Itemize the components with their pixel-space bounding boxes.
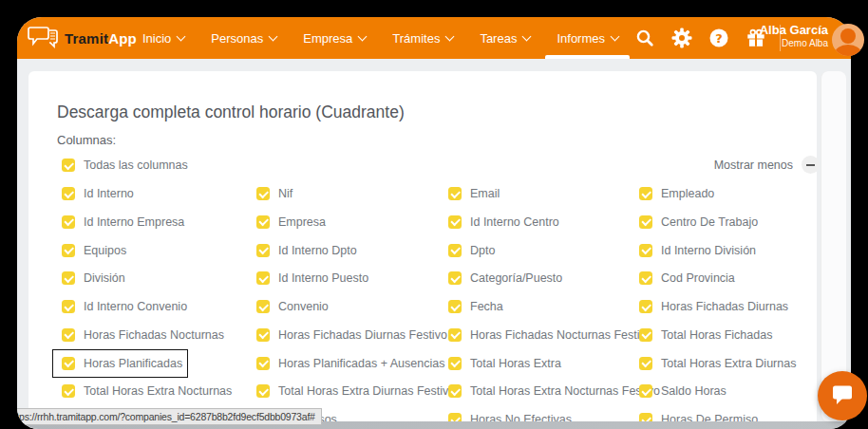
checkbox-checked-icon[interactable] xyxy=(256,244,270,257)
avatar-head-shape xyxy=(840,28,856,44)
nav-item-personas[interactable]: Personas xyxy=(198,17,290,59)
column-checkbox-item[interactable]: Horas Planificadas xyxy=(62,355,182,372)
column-label: Empresa xyxy=(278,215,326,229)
nav-item-informes[interactable]: Informes xyxy=(543,17,632,59)
checkbox-checked-icon[interactable] xyxy=(639,271,652,285)
column-checkbox-item[interactable]: División xyxy=(62,270,125,287)
column-label: Fecha xyxy=(470,300,503,313)
column-checkbox-item[interactable]: Categoría/Puesto xyxy=(448,270,562,287)
column-checkbox-item[interactable]: Id Interno Centro xyxy=(448,214,559,231)
column-label: Id Interno Convenio xyxy=(84,300,187,313)
column-checkbox-item[interactable]: Horas Fichadas Diurnas xyxy=(639,298,788,315)
checkbox-checked-icon[interactable] xyxy=(62,159,75,172)
checkbox-checked-icon[interactable] xyxy=(639,300,652,313)
column-checkbox-item[interactable]: Empresa xyxy=(256,214,326,231)
column-checkbox-item[interactable]: Id Interno División xyxy=(639,242,756,259)
column-checkbox-item[interactable]: Saldo Horas xyxy=(639,382,726,400)
checkbox-checked-icon[interactable] xyxy=(256,271,270,285)
chevron-down-icon xyxy=(358,32,368,42)
checkbox-checked-icon[interactable] xyxy=(256,300,270,313)
column-label: Horas Fichadas Nocturnas xyxy=(84,328,224,342)
user-menu[interactable]: Alba García Demo Alba xyxy=(714,22,828,49)
column-checkbox-item[interactable]: Dpto xyxy=(448,242,495,259)
column-checkbox-item[interactable]: Total Horas Extra Diurnas xyxy=(639,355,796,372)
column-checkbox-item[interactable]: Horas Planificadas + Ausencias xyxy=(256,355,444,372)
avatar[interactable] xyxy=(832,24,864,56)
column-checkbox-item[interactable]: Horas Fichadas Diurnas Festivo xyxy=(256,326,447,344)
column-checkbox-item[interactable]: Centro De Trabajo xyxy=(639,214,758,231)
column-checkbox-item[interactable]: Total Horas Extra Nocturnas xyxy=(62,382,232,400)
checkbox-checked-icon[interactable] xyxy=(448,328,462,342)
nav-item-label: Tareas xyxy=(480,31,517,46)
checkbox-checked-icon[interactable] xyxy=(62,215,75,229)
column-checkbox-item[interactable]: Nif xyxy=(256,185,292,202)
checkbox-checked-icon[interactable] xyxy=(639,244,652,257)
column-label: Id Interno Puesto xyxy=(278,271,368,285)
column-label: Equipos xyxy=(84,244,126,257)
checkbox-checked-icon[interactable] xyxy=(448,300,462,313)
column-label: Saldo Horas xyxy=(661,384,726,398)
checkbox-checked-icon[interactable] xyxy=(256,328,270,342)
column-checkbox-item[interactable]: Id Interno Puesto xyxy=(256,270,368,287)
column-checkbox-item[interactable]: Equipos xyxy=(62,242,126,259)
checkbox-checked-icon[interactable] xyxy=(639,384,652,398)
checkbox-checked-icon[interactable] xyxy=(639,187,652,200)
nav-item-label: Trámites xyxy=(392,31,440,46)
column-checkbox-item[interactable]: Total Horas Extra Nocturnas Festivo xyxy=(448,382,660,400)
app-window: TramitApp InicioPersonasEmpresaTrámitesT… xyxy=(17,17,851,429)
nav-item-empresa[interactable]: Empresa xyxy=(290,17,379,59)
chat-bubble-button[interactable] xyxy=(818,371,867,420)
column-checkbox-item[interactable]: Id Interno Dpto xyxy=(256,242,357,259)
checkbox-checked-icon[interactable] xyxy=(62,244,75,257)
column-checkbox-item[interactable]: Total Horas Fichadas xyxy=(639,326,772,344)
checkbox-checked-icon[interactable] xyxy=(62,271,75,285)
column-label: Horas Fichadas Nocturnas Festivo xyxy=(470,328,652,342)
checkbox-checked-icon[interactable] xyxy=(62,384,75,398)
column-checkbox-item[interactable]: Fecha xyxy=(448,298,503,315)
columns-checkbox-grid: Todas las columnasId InternoNifEmailEmpl… xyxy=(62,157,831,429)
main-nav: InicioPersonasEmpresaTrámitesTareasInfor… xyxy=(129,17,632,59)
checkbox-checked-icon[interactable] xyxy=(256,357,270,370)
checkbox-checked-icon[interactable] xyxy=(256,187,270,200)
status-url-tooltip: https://rrhh.tramitapp.com/?companies_id… xyxy=(17,408,322,425)
column-label: División xyxy=(84,271,125,285)
checkbox-checked-icon[interactable] xyxy=(639,215,652,229)
column-checkbox-item[interactable]: Convenio xyxy=(256,298,329,315)
checkbox-checked-icon[interactable] xyxy=(448,357,462,370)
nav-item-inicio[interactable]: Inicio xyxy=(129,17,198,59)
column-checkbox-item[interactable]: Total Horas Extra Diurnas Festivo xyxy=(256,382,455,400)
checkbox-checked-icon[interactable] xyxy=(62,357,75,370)
column-checkbox-item[interactable]: Id Interno xyxy=(62,185,134,202)
column-checkbox-item[interactable]: Horas Fichadas Nocturnas xyxy=(62,326,224,344)
column-label: Empleado xyxy=(661,187,714,200)
column-checkbox-item[interactable]: Id Interno Convenio xyxy=(62,298,187,315)
column-checkbox-item[interactable]: Email xyxy=(448,185,500,202)
checkbox-checked-icon[interactable] xyxy=(62,328,75,342)
column-label: Id Interno División xyxy=(661,244,756,257)
tramitapp-logo[interactable]: TramitApp xyxy=(27,20,137,56)
checkbox-checked-icon[interactable] xyxy=(62,300,75,313)
checkbox-checked-icon[interactable] xyxy=(639,357,652,370)
column-checkbox-item[interactable]: Cod Provincia xyxy=(639,270,735,287)
checkbox-checked-icon[interactable] xyxy=(448,187,462,200)
search-icon[interactable] xyxy=(634,28,655,48)
nav-item-tareas[interactable]: Tareas xyxy=(466,17,543,59)
column-checkbox-item[interactable]: Empleado xyxy=(639,185,714,202)
checkbox-checked-icon[interactable] xyxy=(256,384,270,398)
checkbox-checked-icon[interactable] xyxy=(256,215,270,229)
column-label: Dpto xyxy=(470,244,495,257)
user-subtitle: Demo Alba xyxy=(714,38,828,49)
column-label: Horas Fichadas Diurnas Festivo xyxy=(278,328,447,342)
column-checkbox-item[interactable]: Id Interno Empresa xyxy=(62,214,184,231)
checkbox-checked-icon[interactable] xyxy=(448,215,462,229)
column-checkbox-item[interactable]: Horas Fichadas Nocturnas Festivo xyxy=(448,326,652,344)
checkbox-checked-icon[interactable] xyxy=(448,384,462,398)
checkbox-checked-icon[interactable] xyxy=(448,271,462,285)
select-all-columns-checkbox[interactable]: Todas las columnas xyxy=(62,157,188,174)
checkbox-checked-icon[interactable] xyxy=(62,187,75,200)
column-checkbox-item[interactable]: Total Horas Extra xyxy=(448,355,561,372)
checkbox-checked-icon[interactable] xyxy=(448,244,462,257)
gear-icon[interactable] xyxy=(671,28,692,48)
checkbox-checked-icon[interactable] xyxy=(639,328,652,342)
nav-item-trámites[interactable]: Trámites xyxy=(379,17,466,59)
